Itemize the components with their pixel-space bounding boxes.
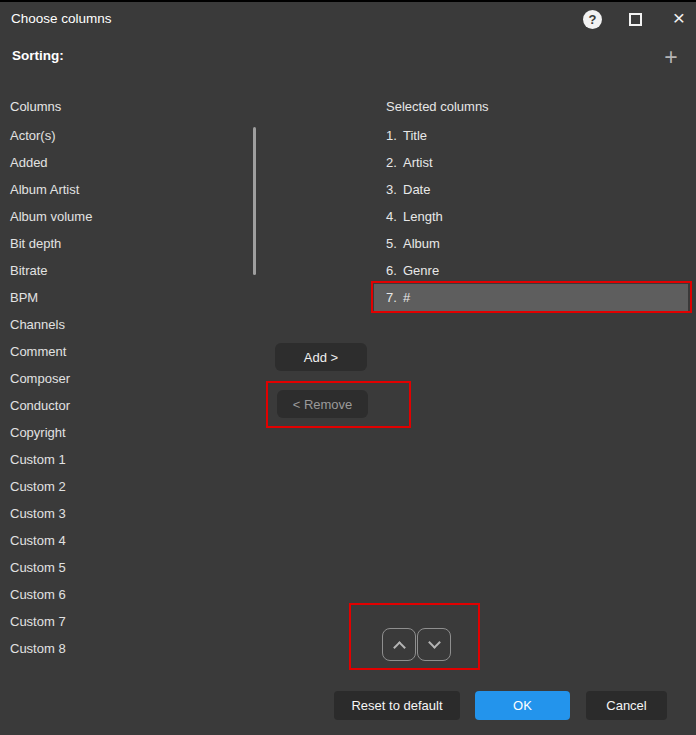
available-column-label: Album volume [10,209,92,224]
available-column-item[interactable]: Custom 5 [0,554,250,581]
available-column-label: Composer [10,371,70,386]
selected-column-label: Album [403,236,440,251]
available-column-label: Conductor [10,398,70,413]
selected-column-item[interactable]: 7. # [374,284,688,311]
available-column-label: Custom 1 [10,452,66,467]
selected-column-number: 3. [386,182,403,197]
available-column-label: Bit depth [10,236,61,251]
selected-column-label: # [403,290,410,305]
available-column-item[interactable]: Custom 2 [0,473,250,500]
available-column-item[interactable]: Comment [0,338,250,365]
remove-button[interactable]: < Remove [277,390,368,418]
selected-column-label: Length [403,209,443,224]
selected-column-number: 4. [386,209,403,224]
available-column-item[interactable]: Composer [0,365,250,392]
available-column-label: Custom 4 [10,533,66,548]
available-column-item[interactable]: Bitrate [0,257,250,284]
ok-button[interactable]: OK [475,691,570,720]
help-icon[interactable]: ? [583,10,602,29]
add-sorting-icon[interactable]: + [661,44,681,70]
selected-columns-list: 1. Title 2. Artist 3. Date 4. Length 5. … [374,122,688,311]
chevron-down-icon [428,636,441,649]
scrollbar-thumb[interactable] [253,127,256,275]
selected-column-label: Title [403,128,427,143]
selected-column-number: 5. [386,236,403,251]
add-button[interactable]: Add > [275,343,367,371]
maximize-icon[interactable] [629,13,642,26]
available-column-label: Actor(s) [10,128,56,143]
move-down-button[interactable] [417,628,451,661]
available-column-label: Custom 5 [10,560,66,575]
close-icon[interactable]: × [670,4,688,32]
available-column-item[interactable]: Album volume [0,203,250,230]
available-columns-header: Columns [10,99,61,114]
available-column-label: Custom 7 [10,614,66,629]
available-column-label: Channels [10,317,65,332]
available-column-item[interactable]: Actor(s) [0,122,250,149]
available-column-label: Custom 6 [10,587,66,602]
selected-column-item[interactable]: 6. Genre [374,257,688,284]
move-up-button[interactable] [382,628,416,661]
selected-column-item[interactable]: 2. Artist [374,149,688,176]
available-column-item[interactable]: Channels [0,311,250,338]
available-column-item[interactable]: Custom 8 [0,635,250,662]
window-top-border [0,0,696,2]
dialog-title: Choose columns [11,11,112,26]
cancel-button[interactable]: Cancel [586,691,667,720]
selected-column-label: Artist [403,155,433,170]
available-column-label: Custom 8 [10,641,66,656]
selected-column-number: 7. [386,290,403,305]
selected-column-number: 6. [386,263,403,278]
selected-column-number: 2. [386,155,403,170]
available-column-item[interactable]: Custom 6 [0,581,250,608]
available-column-label: Bitrate [10,263,48,278]
available-column-label: Custom 2 [10,479,66,494]
available-column-item[interactable]: Custom 3 [0,500,250,527]
selected-columns-header: Selected columns [386,99,489,114]
available-column-item[interactable]: Custom 1 [0,446,250,473]
available-column-item[interactable]: Copyright [0,419,250,446]
selected-column-number: 1. [386,128,403,143]
available-column-item[interactable]: BPM [0,284,250,311]
selected-column-label: Date [403,182,430,197]
available-column-item[interactable]: Custom 7 [0,608,250,635]
available-column-label: Copyright [10,425,66,440]
chevron-up-icon [393,641,406,654]
selected-column-item[interactable]: 5. Album [374,230,688,257]
selected-column-item[interactable]: 4. Length [374,203,688,230]
available-column-item[interactable]: Custom 4 [0,527,250,554]
available-column-item[interactable]: Album Artist [0,176,250,203]
reset-to-default-button[interactable]: Reset to default [334,691,460,720]
available-column-label: Album Artist [10,182,79,197]
available-column-label: Custom 3 [10,506,66,521]
available-column-label: Added [10,155,48,170]
available-column-item[interactable]: Conductor [0,392,250,419]
selected-column-item[interactable]: 3. Date [374,176,688,203]
available-column-item[interactable]: Added [0,149,250,176]
selected-column-label: Genre [403,263,439,278]
available-column-label: BPM [10,290,38,305]
sorting-label: Sorting: [12,48,64,63]
available-column-label: Comment [10,344,66,359]
available-column-item[interactable]: Bit depth [0,230,250,257]
available-columns-list: Actor(s) Added Album Artist Album volume… [0,122,250,662]
selected-column-item[interactable]: 1. Title [374,122,688,149]
